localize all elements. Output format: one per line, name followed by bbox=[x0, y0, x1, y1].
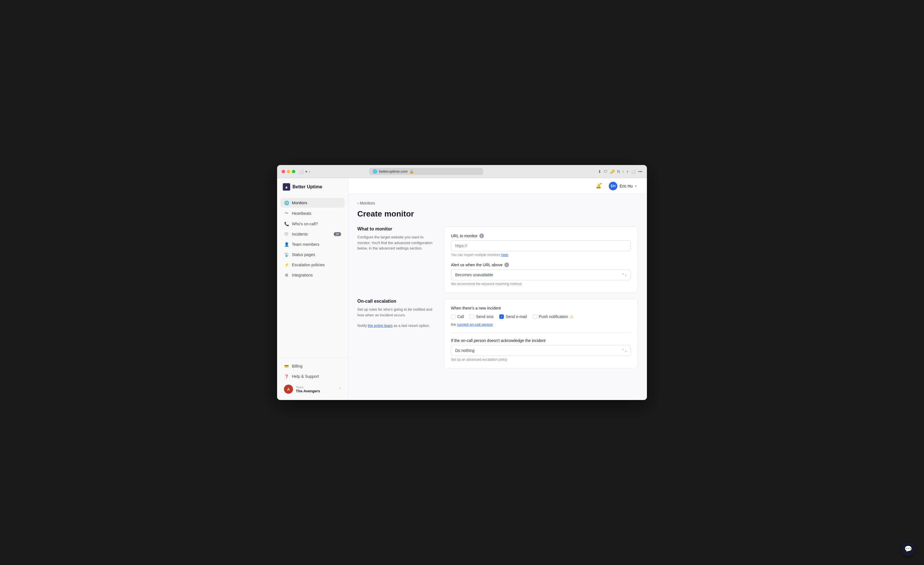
sidebar-item-label: Incidents bbox=[292, 232, 308, 237]
sms-checkbox-item[interactable]: Send sms bbox=[470, 314, 494, 319]
address-bar[interactable]: 🌐 betteruptime.com 🔒 bbox=[369, 168, 483, 175]
sidebar-item-monitors[interactable]: 🌐 Monitors bbox=[280, 198, 345, 208]
what-to-monitor-card: URL to monitor i You can import multiple… bbox=[444, 226, 638, 293]
sms-label: Send sms bbox=[476, 314, 494, 319]
url-text: betteruptime.com bbox=[379, 169, 407, 174]
sidebar: ▲ Better Uptime 🌐 Monitors 〜 Heartbeats … bbox=[277, 178, 348, 400]
chevron-down-icon: ▾ bbox=[305, 169, 307, 174]
download-icon[interactable]: ⬇ bbox=[598, 169, 602, 174]
share-icon[interactable]: ↑ bbox=[622, 169, 624, 174]
gear-icon: ⚙ bbox=[284, 273, 289, 277]
shield-icon: 🛡 bbox=[284, 232, 289, 237]
notification-button[interactable]: 🔔 bbox=[594, 181, 603, 190]
sidebar-item-help[interactable]: ❓ Help & Support bbox=[280, 372, 345, 381]
alert-info-icon[interactable]: i bbox=[504, 262, 509, 267]
shield-icon[interactable]: 🛡 bbox=[604, 169, 608, 174]
sidebar-nav: 🌐 Monitors 〜 Heartbeats 📞 Who's on-call?… bbox=[277, 196, 348, 358]
call-checkbox[interactable] bbox=[451, 314, 456, 319]
entire-team-link[interactable]: the entire team bbox=[368, 324, 393, 328]
on-call-person-link[interactable]: current on-call person bbox=[457, 322, 493, 327]
form-sections: What to monitor Configure the target web… bbox=[357, 226, 638, 369]
sidebar-item-label: Escalation policies bbox=[292, 262, 325, 267]
sidebar-item-billing[interactable]: 💳 Billing bbox=[280, 361, 345, 371]
user-name: Eric Hu bbox=[620, 184, 633, 188]
no-ack-group: If the on-call person doesn't acknowledg… bbox=[451, 338, 631, 361]
what-to-monitor-section: What to monitor Configure the target web… bbox=[357, 226, 638, 293]
sidebar-bottom: 💳 Billing ❓ Help & Support A Team The Av… bbox=[277, 358, 348, 400]
sidebar-item-label: Monitors bbox=[292, 201, 307, 205]
back-icon[interactable]: ‹ bbox=[309, 169, 310, 174]
notion-icon[interactable]: N bbox=[617, 169, 620, 174]
minimize-button[interactable] bbox=[287, 170, 290, 173]
email-checkbox-item[interactable]: ✓ Send e-mail bbox=[499, 314, 527, 319]
alert-hint: We recommend the keyword matching method… bbox=[451, 282, 631, 286]
push-label: Push notification bbox=[539, 314, 568, 319]
url-form-group: URL to monitor i You can import multiple… bbox=[451, 234, 631, 257]
traffic-lights bbox=[282, 170, 295, 173]
chevron-icon: ⌃ bbox=[338, 387, 341, 391]
alert-select-wrapper: Becomes unavailable Returns a specific s… bbox=[451, 270, 631, 280]
alert-select[interactable]: Becomes unavailable Returns a specific s… bbox=[451, 270, 631, 280]
sidebar-item-integrations[interactable]: ⚙ Integrations bbox=[280, 270, 345, 280]
browser-chrome: ⬜ ▾ ‹ 🌐 betteruptime.com 🔒 ⬇ 🛡 🔑 N ↑ + ⬜… bbox=[277, 165, 647, 178]
broadcast-icon: 📡 bbox=[284, 252, 289, 257]
breadcrumb: ‹ Monitors bbox=[357, 201, 638, 205]
call-checkbox-item[interactable]: Call bbox=[451, 314, 464, 319]
close-button[interactable] bbox=[282, 170, 285, 173]
sidebar-item-incidents[interactable]: 🛡 Incidents 20 bbox=[280, 229, 345, 239]
email-checkbox[interactable]: ✓ bbox=[499, 314, 504, 319]
sidebar-item-on-call[interactable]: 📞 Who's on-call? bbox=[280, 219, 345, 229]
no-ack-select[interactable]: Do nothing Escalate to next policy level bbox=[451, 345, 631, 356]
url-hint-link[interactable]: here bbox=[501, 253, 508, 257]
globe-icon: 🌐 bbox=[373, 169, 377, 174]
no-ack-label: If the on-call person doesn't acknowledg… bbox=[451, 338, 631, 343]
last-resort-text: Notify the entire team as a last resort … bbox=[357, 323, 437, 328]
team-avatar: A bbox=[284, 385, 293, 394]
password-icon[interactable]: 🔑 bbox=[610, 169, 615, 174]
browser-actions: ⬇ 🛡 🔑 N ↑ + ⬜ ••• bbox=[598, 169, 642, 174]
globe-icon: 🌐 bbox=[284, 201, 289, 205]
user-menu-button[interactable]: EH Eric Hu ▾ bbox=[606, 181, 639, 192]
sidebar-toggle-icon[interactable]: ⬜ bbox=[299, 169, 303, 174]
sidebar-item-escalation[interactable]: ⚡ Escalation policies bbox=[280, 260, 345, 270]
sidebar-item-team-members[interactable]: 👤 Team members bbox=[280, 240, 345, 249]
sidebar-item-status-pages[interactable]: 📡 Status pages bbox=[280, 250, 345, 259]
sms-checkbox[interactable] bbox=[470, 314, 474, 319]
url-info-icon[interactable]: i bbox=[479, 234, 484, 238]
sidebar-item-heartbeats[interactable]: 〜 Heartbeats bbox=[280, 208, 345, 219]
fullscreen-button[interactable] bbox=[292, 170, 295, 173]
section-description: Set up rules for who's going to be notif… bbox=[357, 307, 437, 318]
incident-notification-group: When there's a new incident Call Send sm… bbox=[451, 306, 631, 327]
logo-icon: ▲ bbox=[283, 183, 290, 190]
help-icon: ❓ bbox=[284, 375, 289, 379]
url-input[interactable] bbox=[451, 240, 631, 251]
checkbox-row: Call Send sms ✓ Send e-mail bbox=[451, 314, 631, 319]
sidebar-item-label: Help & Support bbox=[292, 374, 319, 379]
billing-icon: 💳 bbox=[284, 364, 289, 369]
more-icon[interactable]: ••• bbox=[638, 169, 642, 174]
url-label: URL to monitor i bbox=[451, 234, 631, 238]
on-call-section: On-call escalation Set up rules for who'… bbox=[357, 299, 638, 369]
push-checkbox[interactable] bbox=[532, 314, 537, 319]
alert-form-group: Alert us when the URL above i Becomes un… bbox=[451, 262, 631, 286]
on-call-description: On-call escalation Set up rules for who'… bbox=[357, 299, 437, 328]
chat-button[interactable]: 💬 bbox=[901, 542, 915, 556]
app-container: ▲ Better Uptime 🌐 Monitors 〜 Heartbeats … bbox=[277, 178, 647, 400]
sidebar-item-label: Heartbeats bbox=[292, 211, 311, 216]
section-description: Configure the target website you want to… bbox=[357, 234, 437, 251]
push-warning-icon: ⚠ bbox=[570, 314, 573, 319]
on-call-card: When there's a new incident Call Send sm… bbox=[444, 299, 638, 369]
tabs-icon[interactable]: ⬜ bbox=[631, 169, 636, 174]
sidebar-item-label: Who's on-call? bbox=[292, 222, 318, 226]
heartbeat-icon: 〜 bbox=[284, 211, 289, 216]
escalation-icon: ⚡ bbox=[284, 262, 289, 267]
team-selector[interactable]: A Team The Avengers ⌃ bbox=[280, 382, 345, 397]
app-logo: ▲ Better Uptime bbox=[277, 178, 348, 196]
back-button[interactable]: ‹ Monitors bbox=[357, 201, 375, 205]
push-checkbox-item[interactable]: Push notification ⚠ bbox=[532, 314, 573, 319]
notification-dot bbox=[600, 183, 602, 185]
page-body: ‹ Monitors Create monitor What to monito… bbox=[348, 194, 647, 400]
sidebar-item-label: Team members bbox=[292, 242, 319, 247]
alert-label: Alert us when the URL above i bbox=[451, 262, 631, 267]
new-tab-icon[interactable]: + bbox=[626, 169, 629, 174]
